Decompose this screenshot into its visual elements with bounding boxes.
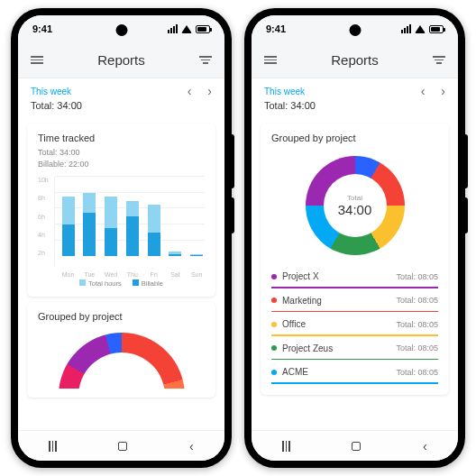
project-divider (271, 382, 438, 384)
project-total: Total: 08:05 (396, 368, 438, 377)
project-total: Total: 08:05 (396, 320, 438, 329)
phone-side-button (465, 134, 468, 188)
project-color-dot (271, 322, 277, 327)
time-tracked-card: Time tracked Total: 34:00 Billable: 22:0… (27, 124, 215, 297)
list-item[interactable]: Project ZeusTotal: 08:05 (271, 338, 438, 361)
donut-center-value: 34:00 (338, 202, 372, 217)
project-list: Project XTotal: 08:05MarketingTotal: 08:… (271, 266, 438, 384)
prev-period-button[interactable]: ‹ (421, 84, 426, 98)
list-item[interactable]: Project XTotal: 08:05 (271, 266, 438, 288)
donut-chart: Total 34:00 (271, 147, 438, 262)
phone-side-button (232, 134, 234, 188)
card-title: Time tracked (38, 133, 205, 143)
status-time: 9:41 (266, 23, 286, 34)
system-nav-bar: ‹ (252, 430, 458, 461)
signal-icon (401, 24, 411, 33)
battery-icon (429, 25, 444, 33)
chart-y-axis: 10h8h6h4h2h (38, 177, 54, 267)
total-summary: Total: 34:00 (252, 100, 458, 118)
nav-recent-icon[interactable] (282, 441, 290, 452)
chart-legend: Total hours Billable (38, 279, 205, 288)
donut-arc: Total (59, 333, 185, 389)
total-summary: Total: 34:00 (18, 100, 224, 118)
card-subtotal: Total: 34:00 (38, 147, 205, 159)
project-divider (271, 334, 438, 336)
grouped-by-project-card: Grouped by project Total (27, 302, 215, 398)
project-divider (271, 359, 438, 361)
card-title: Grouped by project (38, 311, 205, 322)
project-name: Marketing (282, 296, 322, 306)
project-name: Project Zeus (282, 343, 333, 353)
next-period-button[interactable]: › (441, 84, 445, 98)
legend-billable: Billable (142, 279, 163, 288)
project-total: Total: 08:05 (396, 272, 438, 281)
page-title: Reports (331, 52, 379, 68)
page-title: Reports (97, 52, 145, 68)
phone-frame-left: 9:41 Reports This week ‹ › Total: 34:00 (11, 8, 232, 468)
project-name: Project X (282, 271, 319, 281)
content-area: This week ‹ › Total: 34:00 Grouped by pr… (252, 78, 458, 430)
list-item[interactable]: MarketingTotal: 08:05 (271, 290, 438, 313)
list-item[interactable]: OfficeTotal: 08:05 (271, 314, 438, 336)
project-color-dot (271, 274, 277, 279)
phone-side-button (232, 197, 234, 233)
phone-frame-right: 9:41 Reports This week ‹ › Total: 34:00 (244, 8, 465, 468)
card-title: Grouped by project (271, 133, 438, 143)
project-color-dot (271, 345, 277, 351)
status-time: 9:41 (32, 23, 52, 34)
phone-side-button (465, 197, 468, 233)
bar-column: Wed (103, 197, 119, 256)
nav-home-icon[interactable] (352, 442, 361, 451)
project-divider (271, 311, 438, 313)
project-divider (271, 287, 438, 288)
app-header: Reports (18, 42, 224, 78)
project-color-dot (271, 298, 277, 303)
wifi-icon (415, 25, 426, 33)
camera-cutout (349, 24, 361, 36)
range-selector[interactable]: This week (264, 87, 421, 96)
project-name: ACME (282, 367, 308, 377)
card-billable: Billable: 22:00 (38, 159, 205, 170)
filter-icon[interactable] (433, 56, 445, 64)
bar-column: Mon (60, 197, 77, 256)
nav-back-icon[interactable]: ‹ (423, 439, 427, 453)
list-item[interactable]: ACMETotal: 08:05 (271, 362, 438, 384)
bar-chart: 10h8h6h4h2h MonTueWedThuFriSatSun (38, 177, 205, 267)
screen-left: 9:41 Reports This week ‹ › Total: 34:00 (18, 15, 224, 461)
menu-icon[interactable] (264, 56, 277, 64)
grouped-by-project-card: Grouped by project Total 34:00 Project X… (261, 124, 449, 395)
nav-recent-icon[interactable] (49, 441, 57, 452)
prev-period-button[interactable]: ‹ (188, 84, 192, 98)
camera-cutout (115, 24, 127, 36)
nav-back-icon[interactable]: ‹ (189, 439, 194, 453)
battery-icon (196, 25, 210, 33)
donut-chart-partial: Total (38, 325, 205, 389)
donut-center-label: Total (347, 194, 362, 202)
project-total: Total: 08:05 (396, 296, 438, 305)
range-selector[interactable]: This week (31, 87, 188, 96)
bar-column: Sun (188, 254, 205, 257)
project-name: Office (282, 319, 306, 329)
legend-total: Total hours (88, 279, 122, 288)
filter-icon[interactable] (199, 56, 212, 64)
signal-icon (168, 24, 178, 33)
system-nav-bar: ‹ (18, 430, 224, 461)
bar-column: Fri (146, 205, 162, 256)
bar-column: Tue (81, 193, 97, 256)
menu-icon[interactable] (31, 56, 43, 64)
project-total: Total: 08:05 (396, 343, 438, 352)
content-area: This week ‹ › Total: 34:00 Time tracked … (18, 78, 224, 430)
donut-arc: Total 34:00 (306, 156, 405, 255)
bar-column: Thu (124, 201, 141, 257)
nav-home-icon[interactable] (118, 442, 127, 451)
wifi-icon (181, 25, 192, 33)
project-color-dot (271, 370, 277, 375)
next-period-button[interactable]: › (207, 84, 212, 98)
app-header: Reports (252, 42, 458, 78)
screen-right: 9:41 Reports This week ‹ › Total: 34:00 (252, 15, 458, 461)
bar-column: Sat (168, 252, 184, 256)
chart-bars: MonTueWedThuFriSatSun (54, 177, 205, 267)
